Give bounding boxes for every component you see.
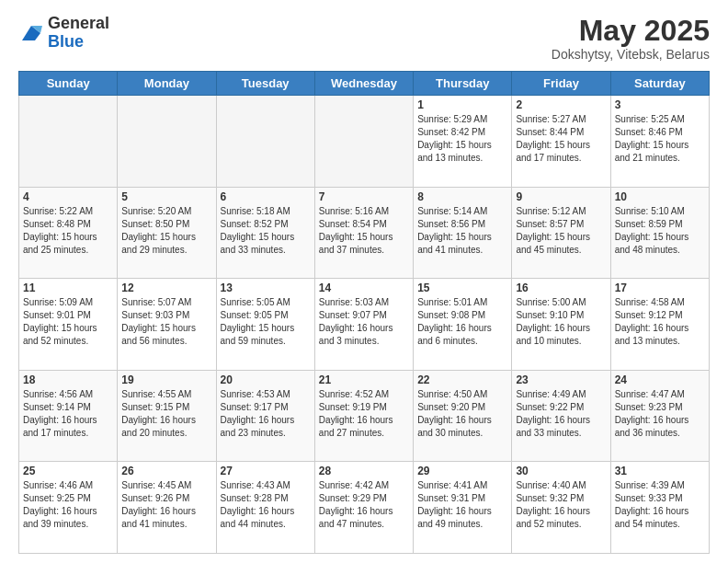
calendar-cell: 22Sunrise: 4:50 AM Sunset: 9:20 PM Dayli… — [414, 370, 512, 462]
day-number: 4 — [23, 190, 113, 203]
day-info: Sunrise: 4:58 AM Sunset: 9:12 PM Dayligh… — [615, 296, 705, 348]
page: General Blue May 2025 Dokshytsy, Vitebsk… — [0, 0, 728, 563]
day-number: 20 — [221, 373, 311, 386]
calendar-week-2: 11Sunrise: 5:09 AM Sunset: 9:01 PM Dayli… — [19, 279, 710, 371]
day-info: Sunrise: 4:39 AM Sunset: 9:33 PM Dayligh… — [615, 479, 705, 531]
calendar-cell: 30Sunrise: 4:40 AM Sunset: 9:32 PM Dayli… — [512, 462, 610, 554]
day-number: 22 — [417, 373, 507, 386]
calendar-cell: 21Sunrise: 4:52 AM Sunset: 9:19 PM Dayli… — [314, 370, 413, 462]
calendar-week-0: 1Sunrise: 5:29 AM Sunset: 8:42 PM Daylig… — [19, 96, 710, 188]
day-info: Sunrise: 5:00 AM Sunset: 9:10 PM Dayligh… — [516, 296, 606, 348]
calendar-cell: 28Sunrise: 4:42 AM Sunset: 9:29 PM Dayli… — [314, 462, 413, 554]
calendar-cell: 1Sunrise: 5:29 AM Sunset: 8:42 PM Daylig… — [414, 96, 512, 188]
logo-general-text: General — [48, 15, 109, 33]
day-info: Sunrise: 4:52 AM Sunset: 9:19 PM Dayligh… — [319, 388, 409, 440]
day-number: 3 — [615, 98, 705, 111]
day-info: Sunrise: 5:25 AM Sunset: 8:46 PM Dayligh… — [615, 113, 705, 165]
day-info: Sunrise: 4:45 AM Sunset: 9:26 PM Dayligh… — [121, 479, 211, 531]
calendar-cell — [19, 96, 118, 188]
calendar-cell: 26Sunrise: 4:45 AM Sunset: 9:26 PM Dayli… — [118, 462, 216, 554]
calendar-cell: 6Sunrise: 5:18 AM Sunset: 8:52 PM Daylig… — [216, 187, 314, 279]
day-info: Sunrise: 4:53 AM Sunset: 9:17 PM Dayligh… — [221, 388, 311, 440]
day-number: 21 — [319, 373, 409, 386]
calendar-cell: 10Sunrise: 5:10 AM Sunset: 8:59 PM Dayli… — [610, 187, 709, 279]
day-info: Sunrise: 4:43 AM Sunset: 9:28 PM Dayligh… — [221, 479, 311, 531]
day-number: 28 — [319, 465, 409, 477]
calendar-cell: 5Sunrise: 5:20 AM Sunset: 8:50 PM Daylig… — [118, 187, 216, 279]
calendar-cell: 16Sunrise: 5:00 AM Sunset: 9:10 PM Dayli… — [512, 279, 610, 371]
calendar-cell: 4Sunrise: 5:22 AM Sunset: 8:48 PM Daylig… — [19, 187, 118, 279]
col-header-thursday: Thursday — [414, 72, 512, 96]
col-header-sunday: Sunday — [19, 72, 118, 96]
col-header-monday: Monday — [118, 72, 216, 96]
day-info: Sunrise: 5:01 AM Sunset: 9:08 PM Dayligh… — [417, 296, 507, 348]
day-number: 13 — [221, 282, 311, 294]
day-number: 8 — [417, 190, 507, 203]
day-number: 11 — [23, 282, 113, 294]
day-info: Sunrise: 5:22 AM Sunset: 8:48 PM Dayligh… — [23, 205, 113, 257]
col-header-friday: Friday — [512, 72, 610, 96]
logo: General Blue — [18, 15, 109, 52]
day-number: 31 — [615, 465, 705, 477]
day-info: Sunrise: 5:10 AM Sunset: 8:59 PM Dayligh… — [615, 205, 705, 257]
logo-blue-text: Blue — [48, 33, 109, 52]
day-number: 24 — [615, 373, 705, 386]
day-number: 15 — [417, 282, 507, 294]
day-info: Sunrise: 5:18 AM Sunset: 8:52 PM Dayligh… — [221, 205, 311, 257]
day-info: Sunrise: 4:46 AM Sunset: 9:25 PM Dayligh… — [23, 479, 113, 531]
day-info: Sunrise: 5:03 AM Sunset: 9:07 PM Dayligh… — [319, 296, 409, 348]
calendar-header-row: SundayMondayTuesdayWednesdayThursdayFrid… — [19, 72, 710, 96]
calendar-week-4: 25Sunrise: 4:46 AM Sunset: 9:25 PM Dayli… — [19, 462, 710, 554]
day-info: Sunrise: 4:41 AM Sunset: 9:31 PM Dayligh… — [417, 479, 507, 531]
day-number: 12 — [121, 282, 211, 294]
day-number: 5 — [121, 190, 211, 203]
calendar-location: Dokshytsy, Vitebsk, Belarus — [552, 47, 710, 62]
calendar-cell — [118, 96, 216, 188]
day-info: Sunrise: 5:05 AM Sunset: 9:05 PM Dayligh… — [221, 296, 311, 348]
calendar-cell: 12Sunrise: 5:07 AM Sunset: 9:03 PM Dayli… — [118, 279, 216, 371]
day-number: 1 — [417, 98, 507, 111]
day-number: 25 — [23, 465, 113, 477]
calendar-cell: 18Sunrise: 4:56 AM Sunset: 9:14 PM Dayli… — [19, 370, 118, 462]
logo-icon — [18, 20, 44, 46]
day-info: Sunrise: 5:16 AM Sunset: 8:54 PM Dayligh… — [319, 205, 409, 257]
day-info: Sunrise: 4:49 AM Sunset: 9:22 PM Dayligh… — [516, 388, 606, 440]
day-info: Sunrise: 4:55 AM Sunset: 9:15 PM Dayligh… — [121, 388, 211, 440]
logo-text: General Blue — [48, 15, 109, 52]
day-info: Sunrise: 5:20 AM Sunset: 8:50 PM Dayligh… — [121, 205, 211, 257]
calendar-cell — [216, 96, 314, 188]
calendar-cell: 27Sunrise: 4:43 AM Sunset: 9:28 PM Dayli… — [216, 462, 314, 554]
day-info: Sunrise: 5:09 AM Sunset: 9:01 PM Dayligh… — [23, 296, 113, 348]
calendar-cell: 24Sunrise: 4:47 AM Sunset: 9:23 PM Dayli… — [610, 370, 709, 462]
day-number: 10 — [615, 190, 705, 203]
day-info: Sunrise: 4:50 AM Sunset: 9:20 PM Dayligh… — [417, 388, 507, 440]
calendar-table: SundayMondayTuesdayWednesdayThursdayFrid… — [18, 71, 710, 554]
calendar-cell: 8Sunrise: 5:14 AM Sunset: 8:56 PM Daylig… — [414, 187, 512, 279]
calendar-cell: 31Sunrise: 4:39 AM Sunset: 9:33 PM Dayli… — [610, 462, 709, 554]
day-info: Sunrise: 5:14 AM Sunset: 8:56 PM Dayligh… — [417, 205, 507, 257]
calendar-cell — [314, 96, 413, 188]
title-block: May 2025 Dokshytsy, Vitebsk, Belarus — [552, 15, 710, 62]
day-number: 9 — [516, 190, 606, 203]
calendar-cell: 7Sunrise: 5:16 AM Sunset: 8:54 PM Daylig… — [314, 187, 413, 279]
day-number: 2 — [516, 98, 606, 111]
header: General Blue May 2025 Dokshytsy, Vitebsk… — [18, 15, 710, 62]
day-number: 30 — [516, 465, 606, 477]
day-number: 18 — [23, 373, 113, 386]
calendar-cell: 29Sunrise: 4:41 AM Sunset: 9:31 PM Dayli… — [414, 462, 512, 554]
col-header-wednesday: Wednesday — [314, 72, 413, 96]
day-info: Sunrise: 5:29 AM Sunset: 8:42 PM Dayligh… — [417, 113, 507, 165]
day-number: 6 — [221, 190, 311, 203]
calendar-cell: 9Sunrise: 5:12 AM Sunset: 8:57 PM Daylig… — [512, 187, 610, 279]
calendar-cell: 20Sunrise: 4:53 AM Sunset: 9:17 PM Dayli… — [216, 370, 314, 462]
day-number: 27 — [221, 465, 311, 477]
calendar-week-3: 18Sunrise: 4:56 AM Sunset: 9:14 PM Dayli… — [19, 370, 710, 462]
day-number: 7 — [319, 190, 409, 203]
day-info: Sunrise: 5:07 AM Sunset: 9:03 PM Dayligh… — [121, 296, 211, 348]
day-number: 29 — [417, 465, 507, 477]
calendar-cell: 17Sunrise: 4:58 AM Sunset: 9:12 PM Dayli… — [610, 279, 709, 371]
day-info: Sunrise: 4:56 AM Sunset: 9:14 PM Dayligh… — [23, 388, 113, 440]
day-number: 26 — [121, 465, 211, 477]
day-info: Sunrise: 4:47 AM Sunset: 9:23 PM Dayligh… — [615, 388, 705, 440]
day-info: Sunrise: 5:27 AM Sunset: 8:44 PM Dayligh… — [516, 113, 606, 165]
